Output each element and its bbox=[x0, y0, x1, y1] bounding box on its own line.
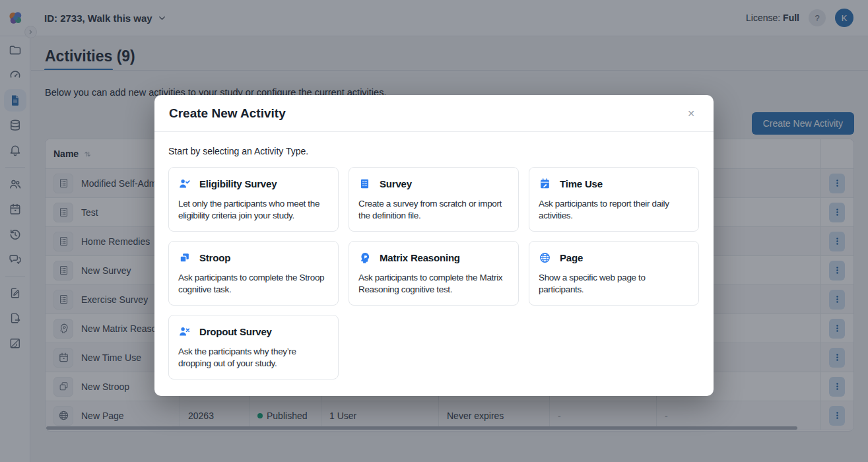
card-title: Matrix Reasoning bbox=[380, 252, 460, 263]
card-title: Time Use bbox=[560, 178, 603, 189]
card-title: Survey bbox=[380, 178, 412, 189]
card-description: Let only the participants who meet the e… bbox=[178, 198, 329, 221]
close-button[interactable]: ✕ bbox=[683, 106, 699, 121]
close-icon: ✕ bbox=[687, 108, 695, 119]
modal-title: Create New Activity bbox=[169, 106, 286, 121]
activity-card-time-use[interactable]: Time Use Ask participants to report thei… bbox=[529, 167, 699, 232]
card-description: Show a specific web page to participants… bbox=[539, 272, 689, 295]
card-title: Dropout Survey bbox=[199, 326, 272, 337]
activity-card-eligibility-survey[interactable]: Eligibility Survey Let only the particip… bbox=[168, 167, 339, 232]
card-description: Ask participants to report their daily a… bbox=[539, 198, 689, 221]
modal-subtitle: Start by selecting an Activity Type. bbox=[168, 146, 699, 156]
create-activity-modal: Create New Activity ✕ Start by selecting… bbox=[154, 95, 714, 396]
card-title: Eligibility Survey bbox=[199, 178, 277, 189]
person-check-icon bbox=[178, 178, 191, 190]
card-description: Ask participants to complete the Matrix … bbox=[358, 272, 509, 295]
activity-card-page[interactable]: Page Show a specific web page to partici… bbox=[529, 241, 699, 306]
globe-icon bbox=[539, 251, 551, 264]
activity-card-matrix-reasoning[interactable]: Matrix Reasoning Ask participants to com… bbox=[349, 241, 519, 306]
calendar-edit-icon bbox=[539, 178, 551, 190]
card-description: Ask the participants why they’re droppin… bbox=[178, 346, 329, 369]
card-title: Page bbox=[560, 252, 583, 263]
card-description: Ask participants to complete the Stroop … bbox=[178, 272, 329, 295]
activity-card-dropout-survey[interactable]: Dropout Survey Ask the participants why … bbox=[168, 315, 339, 380]
copy-icon bbox=[178, 251, 191, 264]
person-x-icon bbox=[178, 325, 191, 338]
activity-card-stroop[interactable]: Stroop Ask participants to complete the … bbox=[168, 241, 339, 306]
card-description: Create a survey from scratch or import t… bbox=[358, 198, 509, 221]
card-title: Stroop bbox=[199, 252, 230, 263]
head-icon bbox=[358, 251, 371, 264]
activity-type-grid: Eligibility Survey Let only the particip… bbox=[168, 167, 699, 380]
survey-grid-icon bbox=[358, 178, 371, 190]
activity-card-survey[interactable]: Survey Create a survey from scratch or i… bbox=[349, 167, 519, 232]
